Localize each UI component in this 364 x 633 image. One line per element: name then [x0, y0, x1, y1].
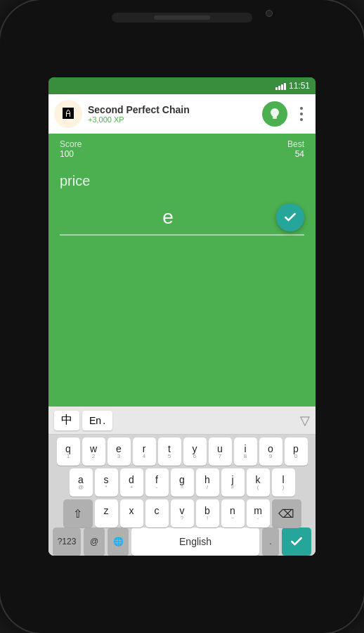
key-k[interactable]: k(	[247, 468, 270, 497]
key-row-3: ⇧ z. x. c. v? b! n~ m- ⌫	[51, 499, 313, 528]
globe-key[interactable]: 🌐	[108, 528, 129, 556]
key-row-2: a@ s* d+ f- g= h/ j# k( l)	[51, 468, 313, 497]
period-key[interactable]: .	[262, 528, 279, 556]
key-d[interactable]: d+	[120, 468, 143, 497]
done-key[interactable]	[282, 528, 311, 556]
keyboard-bottom-bar: ?123 @ 🌐 English .	[48, 528, 316, 556]
key-q[interactable]: q1	[57, 437, 80, 466]
key-s[interactable]: s*	[95, 468, 118, 497]
app-bar: 🅰 Second Perfect Chain +3,000 XP	[48, 94, 316, 134]
screen: 11:51 🅰 Second Perfect Chain +3,000 XP	[48, 77, 316, 556]
key-p[interactable]: p0	[285, 437, 308, 466]
app-bar-text: Second Perfect Chain +3,000 XP	[88, 104, 256, 124]
key-t[interactable]: t5	[158, 437, 181, 466]
chinese-lang-button[interactable]: 中	[54, 411, 79, 430]
status-bar: 11:51	[48, 77, 316, 94]
key-h[interactable]: h/	[196, 468, 219, 497]
key-c[interactable]: c.	[145, 499, 169, 528]
key-n[interactable]: n~	[221, 499, 245, 528]
score-value: 100	[60, 149, 82, 159]
score-section: Score 100	[60, 139, 82, 159]
key-w[interactable]: w2	[82, 437, 105, 466]
key-row-1: q1 w2 e3 r4 t5 y6 u7 i8 o9 p0	[51, 437, 313, 466]
score-label: Score	[60, 139, 82, 149]
key-v[interactable]: v?	[171, 499, 194, 528]
key-g[interactable]: g=	[171, 468, 194, 497]
keyboard-dropdown-icon[interactable]: ▽	[300, 413, 310, 428]
score-area: Score 100 Best 54	[48, 134, 316, 165]
typed-text: e	[60, 206, 276, 229]
key-y[interactable]: y6	[183, 437, 207, 466]
english-lang-button[interactable]: En.	[82, 411, 112, 430]
key-o[interactable]: o9	[259, 437, 282, 466]
status-time: 11:51	[289, 81, 310, 91]
key-x[interactable]: x.	[120, 499, 143, 528]
delete-key[interactable]: ⌫	[272, 499, 301, 528]
app-icon: 🅰	[54, 100, 82, 128]
key-u[interactable]: u7	[209, 437, 232, 466]
key-r[interactable]: r4	[133, 437, 156, 466]
phone-shell: 11:51 🅰 Second Perfect Chain +3,000 XP	[0, 0, 364, 633]
app-bar-title: Second Perfect Chain	[88, 104, 256, 115]
signal-icon	[275, 82, 286, 90]
check-button[interactable]	[276, 203, 304, 231]
key-f[interactable]: f-	[145, 468, 169, 497]
key-j[interactable]: j#	[221, 468, 245, 497]
space-key[interactable]: English	[131, 528, 259, 556]
key-e[interactable]: e3	[108, 437, 131, 466]
key-z[interactable]: z.	[95, 499, 118, 528]
speaker-grille	[154, 15, 210, 20]
svg-point-0	[271, 108, 279, 117]
keyboard-lang-bar: 中 En. ▽	[48, 407, 316, 435]
word-area: price e	[48, 165, 316, 407]
keyboard-rows: q1 w2 e3 r4 t5 y6 u7 i8 o9 p0 a@ s* d+ f…	[48, 435, 316, 528]
front-camera	[266, 10, 273, 17]
svg-rect-1	[273, 116, 277, 119]
key-l[interactable]: l)	[272, 468, 295, 497]
num123-key[interactable]: ?123	[53, 528, 81, 556]
app-bar-subtitle: +3,000 XP	[88, 115, 256, 124]
best-value: 54	[295, 149, 304, 159]
shift-key[interactable]: ⇧	[63, 499, 93, 528]
achievement-badge	[262, 101, 287, 127]
speaker-area	[112, 13, 252, 23]
key-m[interactable]: m-	[247, 499, 270, 528]
keyboard-area: 中 En. ▽ q1 w2 e3 r4 t5 y6 u7	[48, 407, 316, 556]
best-section: Best 54	[287, 139, 304, 159]
overflow-menu-button[interactable]	[293, 106, 310, 122]
key-b[interactable]: b!	[196, 499, 219, 528]
best-label: Best	[287, 139, 304, 149]
input-row: e	[60, 203, 304, 236]
at-key[interactable]: @	[84, 528, 105, 556]
key-i[interactable]: i8	[234, 437, 257, 466]
target-word: price	[60, 173, 304, 189]
key-a[interactable]: a@	[70, 468, 93, 497]
